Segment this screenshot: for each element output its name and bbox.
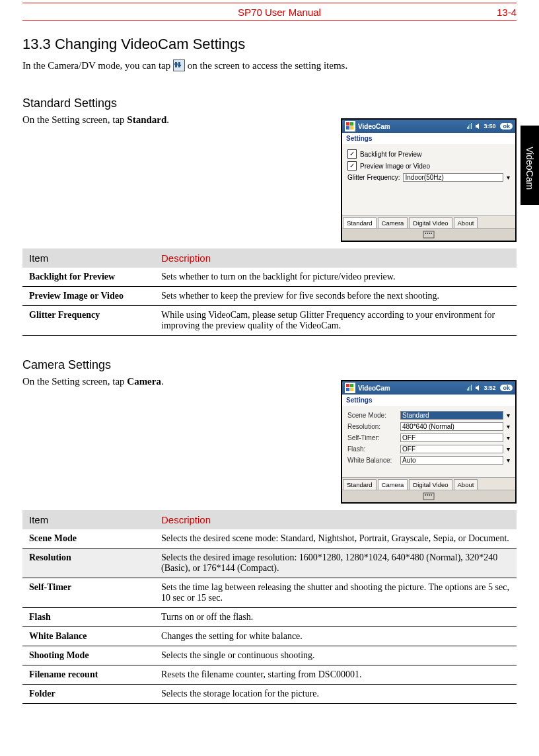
glitter-select[interactable]: Indoor(50Hz) [403,173,503,182]
standard-table: Item Description Backlight for Preview S… [22,248,517,336]
svg-rect-7 [346,126,349,130]
table-row: ResolutionSelects the desired image reso… [22,548,517,578]
col-description: Description [155,248,517,268]
glitter-label: Glitter Frequency: [347,174,400,181]
checkbox-label: Preview Image or Video [360,163,430,170]
svg-rect-15 [350,384,353,387]
clock: 3:50 [484,123,495,130]
col-item: Item [22,248,155,268]
table-row: FlashTurns on or off the flash. [22,608,517,627]
table-row: Scene ModeSelects the desired scene mode… [22,529,517,548]
svg-rect-16 [346,388,349,391]
svg-rect-10 [425,233,426,234]
chevron-down-icon[interactable]: ▾ [507,174,510,181]
svg-rect-9 [423,231,434,238]
chevron-down-icon[interactable]: ▾ [507,434,510,441]
tab-about[interactable]: About [454,217,478,228]
table-row: Self-TimerSets the time lag between rele… [22,578,517,608]
tab-digital-video[interactable]: Digital Video [409,479,452,490]
resolution-select[interactable]: 480*640 (Normal) [400,422,503,431]
svg-rect-6 [350,122,353,126]
table-row: Filename recountResets the filename coun… [22,665,517,685]
chevron-down-icon[interactable]: ▾ [507,457,510,464]
scene-mode-label: Scene Mode: [347,412,397,419]
manual-title: SP70 User Manual [62,7,497,18]
tab-about[interactable]: About [454,479,478,490]
resolution-label: Resolution: [347,423,397,430]
svg-rect-19 [425,494,426,496]
settings-tool-icon [173,59,185,74]
table-row: Backlight for Preview Sets whether to tu… [22,268,517,287]
camera-screenshot: VideoCam 3:52 ok Settings Scene Mode:Sta… [341,380,517,504]
svg-rect-11 [427,233,428,234]
sip-bar[interactable] [342,228,515,241]
section-heading: 13.3 Changing VideoCam Settings [22,36,517,53]
tab-camera[interactable]: Camera [378,217,408,228]
table-row: Preview Image or Video Sets whether to k… [22,287,517,306]
system-tray: 3:52 ok [466,385,513,391]
scene-mode-select[interactable]: Standard [400,411,503,420]
whitebalance-select[interactable]: Auto [400,456,503,465]
svg-rect-5 [346,122,349,126]
svg-rect-3 [174,63,178,65]
whitebalance-label: White Balance: [347,457,397,464]
intro-text: In the Camera/DV mode, you can tap on th… [22,59,517,74]
checkbox-label: Backlight for Preview [360,151,421,158]
tab-standard[interactable]: Standard [343,479,377,490]
svg-rect-20 [427,494,428,496]
col-description: Description [155,510,517,529]
col-item: Item [22,510,155,529]
standard-instruction: On the Setting screen, tap Standard. [22,114,169,126]
checkbox-backlight[interactable]: ✓ [347,149,357,159]
checkbox-preview[interactable]: ✓ [347,161,357,170]
table-row: Shooting ModeSelects the single or conti… [22,646,517,665]
svg-rect-14 [346,384,349,387]
flash-select[interactable]: OFF [400,445,503,453]
svg-rect-18 [423,493,434,500]
sip-bar[interactable] [342,490,515,502]
standard-heading: Standard Settings [22,96,517,110]
standard-screenshot: VideoCam 3:50 ok Settings ✓ Backlight fo… [341,118,517,242]
signal-icon [466,385,473,391]
titlebar: VideoCam 3:50 ok [342,120,515,133]
system-tray: 3:50 ok [466,123,513,130]
ok-button[interactable]: ok [500,123,513,130]
selftimer-label: Self-Timer: [347,434,397,441]
camera-instruction: On the Setting screen, tap Camera. [22,376,164,387]
svg-rect-8 [350,126,353,130]
intro-suffix: on the screen to access the setting item… [188,60,347,71]
section-tab: VideoCam [521,126,539,205]
chevron-down-icon[interactable]: ▾ [507,423,510,430]
ok-button[interactable]: ok [500,385,513,391]
flash-label: Flash: [347,445,397,453]
tab-digital-video[interactable]: Digital Video [409,217,452,228]
svg-rect-13 [431,233,432,234]
table-row: FolderSelects the storage location for t… [22,685,517,704]
tabs: Standard Camera Digital Video About [342,477,515,490]
clock: 3:52 [484,385,495,391]
signal-icon [466,123,473,130]
tab-standard[interactable]: Standard [343,217,377,228]
selftimer-select[interactable]: OFF [400,434,503,442]
page-number: 13-4 [497,7,517,18]
speaker-icon [475,385,482,391]
svg-rect-4 [178,65,181,66]
svg-rect-22 [431,494,432,496]
settings-label: Settings [342,395,515,406]
chevron-down-icon[interactable]: ▾ [507,445,510,453]
intro-prefix: In the Camera/DV mode, you can tap [22,60,173,71]
camera-table: Item Description Scene ModeSelects the d… [22,510,517,704]
page-header: SP70 User Manual 13-4 [22,3,517,21]
tab-camera[interactable]: Camera [378,479,408,490]
settings-label: Settings [342,133,515,144]
svg-rect-21 [429,494,430,496]
camera-heading: Camera Settings [22,358,517,372]
table-row: Glitter Frequency While using VideoCam, … [22,306,517,336]
chevron-down-icon[interactable]: ▾ [507,412,510,419]
speaker-icon [475,123,482,130]
tabs: Standard Camera Digital Video About [342,215,515,228]
titlebar: VideoCam 3:52 ok [342,381,515,395]
svg-rect-17 [350,388,353,391]
start-icon[interactable] [345,121,355,132]
start-icon[interactable] [345,383,355,393]
